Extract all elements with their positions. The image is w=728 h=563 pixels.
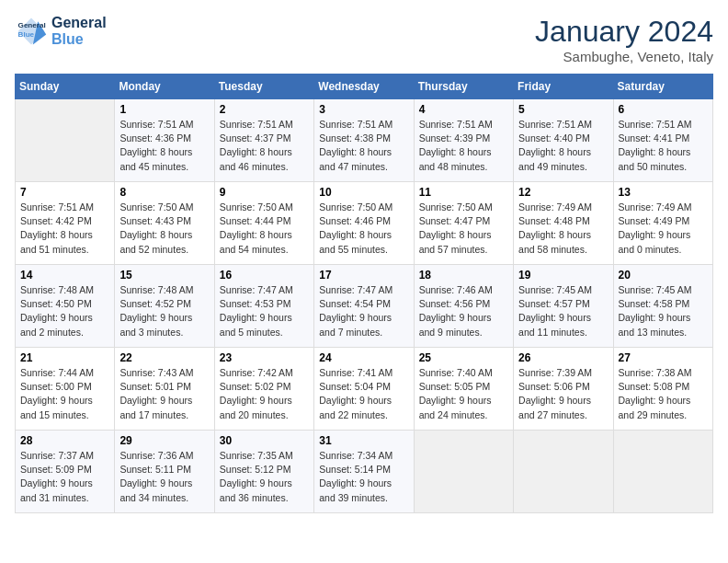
day-info: Sunrise: 7:44 AM Sunset: 5:00 PM Dayligh… — [20, 366, 109, 422]
day-info: Sunrise: 7:51 AM Sunset: 4:41 PM Dayligh… — [619, 118, 708, 174]
header-cell-tuesday: Tuesday — [214, 75, 313, 99]
day-info: Sunrise: 7:40 AM Sunset: 5:05 PM Dayligh… — [419, 366, 508, 422]
day-number: 29 — [119, 434, 209, 447]
header-cell-sunday: Sunday — [16, 75, 115, 99]
calendar-header: SundayMondayTuesdayWednesdayThursdayFrid… — [16, 75, 713, 99]
day-info: Sunrise: 7:49 AM Sunset: 4:49 PM Dayligh… — [619, 201, 708, 257]
day-number: 5 — [518, 103, 608, 116]
day-info: Sunrise: 7:39 AM Sunset: 5:06 PM Dayligh… — [518, 366, 608, 422]
calendar-cell — [613, 431, 712, 513]
calendar-cell: 2Sunrise: 7:51 AM Sunset: 4:37 PM Daylig… — [214, 99, 313, 182]
calendar-cell — [514, 431, 613, 513]
day-number: 6 — [619, 103, 708, 116]
day-number: 7 — [20, 186, 109, 199]
calendar-cell: 4Sunrise: 7:51 AM Sunset: 4:39 PM Daylig… — [414, 99, 513, 182]
day-number: 14 — [20, 269, 109, 282]
calendar-table: SundayMondayTuesdayWednesdayThursdayFrid… — [15, 74, 713, 513]
day-info: Sunrise: 7:46 AM Sunset: 4:56 PM Dayligh… — [419, 283, 508, 339]
day-number: 3 — [319, 103, 408, 116]
day-info: Sunrise: 7:51 AM Sunset: 4:40 PM Dayligh… — [518, 118, 608, 174]
calendar-cell: 24Sunrise: 7:41 AM Sunset: 5:04 PM Dayli… — [314, 348, 414, 431]
day-number: 18 — [419, 269, 508, 282]
day-number: 9 — [220, 186, 309, 199]
calendar-cell: 11Sunrise: 7:50 AM Sunset: 4:47 PM Dayli… — [414, 182, 513, 265]
calendar-cell: 27Sunrise: 7:38 AM Sunset: 5:08 PM Dayli… — [613, 348, 712, 431]
day-number: 11 — [419, 186, 508, 199]
logo-icon: General Blue — [15, 15, 48, 48]
calendar-cell: 9Sunrise: 7:50 AM Sunset: 4:44 PM Daylig… — [214, 182, 313, 265]
week-row-5: 28Sunrise: 7:37 AM Sunset: 5:09 PM Dayli… — [16, 431, 713, 513]
day-number: 2 — [220, 103, 309, 116]
calendar-cell: 12Sunrise: 7:49 AM Sunset: 4:48 PM Dayli… — [514, 182, 613, 265]
day-number: 1 — [119, 103, 209, 116]
header-cell-monday: Monday — [115, 75, 214, 99]
calendar-cell: 23Sunrise: 7:42 AM Sunset: 5:02 PM Dayli… — [214, 348, 313, 431]
day-number: 30 — [220, 434, 309, 447]
day-info: Sunrise: 7:51 AM Sunset: 4:42 PM Dayligh… — [20, 201, 109, 257]
svg-text:General: General — [18, 21, 46, 29]
day-info: Sunrise: 7:50 AM Sunset: 4:46 PM Dayligh… — [319, 201, 408, 257]
day-info: Sunrise: 7:50 AM Sunset: 4:47 PM Dayligh… — [419, 201, 508, 257]
header-cell-friday: Friday — [514, 75, 613, 99]
day-number: 23 — [220, 351, 309, 364]
svg-text:Blue: Blue — [18, 30, 35, 39]
title-block: January 2024 Sambughe, Veneto, Italy — [535, 15, 713, 64]
calendar-cell: 25Sunrise: 7:40 AM Sunset: 5:05 PM Dayli… — [414, 348, 513, 431]
week-row-3: 14Sunrise: 7:48 AM Sunset: 4:50 PM Dayli… — [16, 265, 713, 348]
calendar-cell — [16, 99, 115, 182]
day-info: Sunrise: 7:49 AM Sunset: 4:48 PM Dayligh… — [518, 201, 608, 257]
day-info: Sunrise: 7:37 AM Sunset: 5:09 PM Dayligh… — [20, 449, 109, 505]
calendar-cell: 26Sunrise: 7:39 AM Sunset: 5:06 PM Dayli… — [514, 348, 613, 431]
day-number: 4 — [419, 103, 508, 116]
day-info: Sunrise: 7:51 AM Sunset: 4:38 PM Dayligh… — [319, 118, 408, 174]
calendar-cell: 3Sunrise: 7:51 AM Sunset: 4:38 PM Daylig… — [314, 99, 414, 182]
day-number: 21 — [20, 351, 109, 364]
location-title: Sambughe, Veneto, Italy — [535, 49, 713, 64]
day-info: Sunrise: 7:34 AM Sunset: 5:14 PM Dayligh… — [319, 449, 408, 505]
day-number: 27 — [619, 351, 708, 364]
day-number: 12 — [518, 186, 608, 199]
day-info: Sunrise: 7:50 AM Sunset: 4:43 PM Dayligh… — [119, 201, 209, 257]
month-title: January 2024 — [535, 15, 713, 49]
calendar-cell: 30Sunrise: 7:35 AM Sunset: 5:12 PM Dayli… — [214, 431, 313, 513]
day-number: 16 — [220, 269, 309, 282]
day-info: Sunrise: 7:51 AM Sunset: 4:39 PM Dayligh… — [419, 118, 508, 174]
calendar-cell: 6Sunrise: 7:51 AM Sunset: 4:41 PM Daylig… — [613, 99, 712, 182]
day-number: 26 — [518, 351, 608, 364]
day-info: Sunrise: 7:47 AM Sunset: 4:54 PM Dayligh… — [319, 283, 408, 339]
day-info: Sunrise: 7:45 AM Sunset: 4:57 PM Dayligh… — [518, 283, 608, 339]
calendar-cell: 22Sunrise: 7:43 AM Sunset: 5:01 PM Dayli… — [115, 348, 214, 431]
logo-text-general: General — [51, 15, 107, 31]
calendar-cell: 21Sunrise: 7:44 AM Sunset: 5:00 PM Dayli… — [16, 348, 115, 431]
calendar-cell: 20Sunrise: 7:45 AM Sunset: 4:58 PM Dayli… — [613, 265, 712, 348]
day-number: 10 — [319, 186, 408, 199]
day-info: Sunrise: 7:38 AM Sunset: 5:08 PM Dayligh… — [619, 366, 708, 422]
header-row: SundayMondayTuesdayWednesdayThursdayFrid… — [16, 75, 713, 99]
calendar-cell: 1Sunrise: 7:51 AM Sunset: 4:36 PM Daylig… — [115, 99, 214, 182]
day-info: Sunrise: 7:48 AM Sunset: 4:50 PM Dayligh… — [20, 283, 109, 339]
calendar-cell: 16Sunrise: 7:47 AM Sunset: 4:53 PM Dayli… — [214, 265, 313, 348]
day-info: Sunrise: 7:35 AM Sunset: 5:12 PM Dayligh… — [220, 449, 309, 505]
day-number: 31 — [319, 434, 408, 447]
calendar-cell: 31Sunrise: 7:34 AM Sunset: 5:14 PM Dayli… — [314, 431, 414, 513]
day-info: Sunrise: 7:50 AM Sunset: 4:44 PM Dayligh… — [220, 201, 309, 257]
logo: General Blue General Blue — [15, 15, 107, 48]
logo-text-blue: Blue — [51, 31, 107, 48]
day-info: Sunrise: 7:45 AM Sunset: 4:58 PM Dayligh… — [619, 283, 708, 339]
calendar-cell: 5Sunrise: 7:51 AM Sunset: 4:40 PM Daylig… — [514, 99, 613, 182]
day-info: Sunrise: 7:48 AM Sunset: 4:52 PM Dayligh… — [119, 283, 209, 339]
day-info: Sunrise: 7:51 AM Sunset: 4:37 PM Dayligh… — [220, 118, 309, 174]
day-number: 20 — [619, 269, 708, 282]
day-info: Sunrise: 7:42 AM Sunset: 5:02 PM Dayligh… — [220, 366, 309, 422]
day-number: 13 — [619, 186, 708, 199]
calendar-cell: 15Sunrise: 7:48 AM Sunset: 4:52 PM Dayli… — [115, 265, 214, 348]
calendar-cell: 10Sunrise: 7:50 AM Sunset: 4:46 PM Dayli… — [314, 182, 414, 265]
day-info: Sunrise: 7:41 AM Sunset: 5:04 PM Dayligh… — [319, 366, 408, 422]
week-row-1: 1Sunrise: 7:51 AM Sunset: 4:36 PM Daylig… — [16, 99, 713, 182]
page-header: General Blue General Blue January 2024 S… — [15, 15, 713, 64]
day-info: Sunrise: 7:36 AM Sunset: 5:11 PM Dayligh… — [119, 449, 209, 505]
header-cell-thursday: Thursday — [414, 75, 513, 99]
header-cell-wednesday: Wednesday — [314, 75, 414, 99]
day-info: Sunrise: 7:47 AM Sunset: 4:53 PM Dayligh… — [220, 283, 309, 339]
day-number: 24 — [319, 351, 408, 364]
